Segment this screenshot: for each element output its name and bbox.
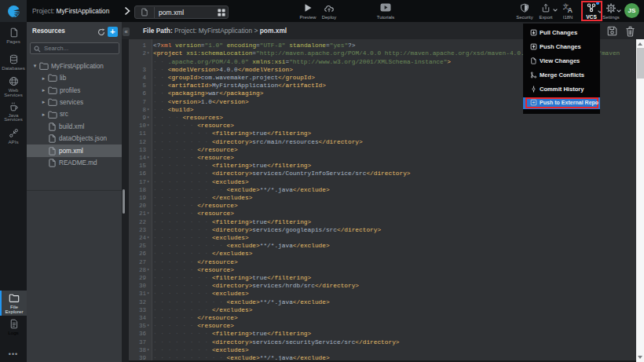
svg-text:A: A <box>568 6 573 13</box>
